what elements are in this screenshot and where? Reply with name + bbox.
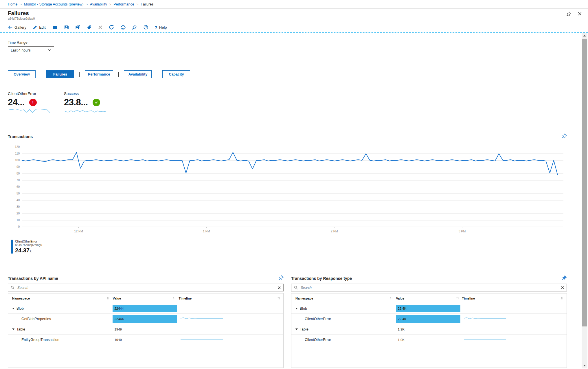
clear-search-button[interactable] [561,286,564,289]
tab-bar: OverviewFailuresPerformanceAvailabilityC… [8,70,588,78]
scrollbar[interactable] [582,33,587,368]
row-expander-icon[interactable] [295,308,298,309]
search-input[interactable] [300,285,559,290]
scrollbar-down-button[interactable] [582,363,587,368]
folder-icon [52,25,58,30]
column-label: Timeline [462,297,475,300]
page-title: Failures [8,10,588,16]
table-header-row: NamespaceValueTimeline [8,293,283,303]
title-bar: Failures a64sl75plosp2diag0 [0,9,588,22]
table-row[interactable]: ClientOtherError1.9K [291,335,567,345]
discard-button[interactable] [95,22,106,32]
column-header-namespace[interactable]: Namespace [291,297,396,300]
pin-icon [132,25,137,30]
table-row[interactable]: GetBlobProperties22444 [8,314,283,324]
tag-button[interactable] [84,22,95,32]
metric-value-row: 23.8... [64,96,107,109]
panel-pin-button[interactable] [279,275,284,281]
scrollbar-up-button[interactable] [582,33,587,38]
table-row[interactable]: Table1.9K [291,324,567,335]
row-name: GetBlobProperties [21,317,51,321]
column-header-namespace[interactable]: Namespace [8,297,113,300]
gallery-button[interactable]: Gallery [8,22,30,32]
y-axis-label: 120 [15,145,20,148]
x-axis-label: 3 PM [459,230,466,233]
save-button[interactable] [61,22,72,32]
tab-overview[interactable]: Overview [8,70,36,78]
legend-unit: k [30,249,32,253]
time-range-value: Last 4 hours [11,48,31,52]
clear-search-button[interactable] [278,286,281,289]
cell-value: 1949 [113,326,179,333]
column-label: Namespace [12,297,30,300]
row-name: EntityGroupTransaction [21,338,59,342]
cell-value: 22.4K [396,315,462,323]
row-expander-icon[interactable] [12,308,14,309]
metric-tiles: ClientOtherError24...!Success23.8... [8,91,588,117]
pin-button[interactable] [129,22,140,32]
metric-label: Success [64,91,107,96]
clear-icon [561,286,564,289]
help-button[interactable]: ? Help [152,22,170,32]
tab-separator [157,72,157,77]
y-axis-label: 80 [16,172,20,175]
tab-capacity[interactable]: Capacity [162,70,190,78]
cell-namespace: Table [291,327,396,331]
tab-failures[interactable]: Failures [46,70,74,78]
column-header-value[interactable]: Value [113,297,179,300]
cell-value: 1.9K [396,326,462,333]
tab-performance[interactable]: Performance [85,70,113,78]
table-row[interactable]: Blob22.4K [291,303,567,314]
time-range-select[interactable]: Last 4 hours [8,46,54,54]
table-row[interactable]: ClientOtherError22.4K [291,314,567,324]
value-text: 1949 [113,328,122,331]
refresh-button[interactable] [106,22,117,32]
metric-tile[interactable]: Success23.8... [64,91,107,117]
app-window: Home>Monitor - Storage Accounts (preview… [0,0,588,369]
metric-tile[interactable]: ClientOtherError24...! [8,91,51,117]
save-as-icon [75,25,80,30]
help-icon: ? [155,25,157,30]
x-axis-label: 2 PM [331,230,338,233]
breadcrumb-separator: > [86,3,87,6]
tab-availability[interactable]: Availability [124,70,152,78]
chart-pin-button[interactable] [562,133,567,139]
share-button[interactable] [117,22,129,32]
column-header-timeline[interactable]: Timeline [179,297,283,300]
table-row[interactable]: Table1949 [8,324,283,335]
metric-label: ClientOtherError [8,91,51,96]
row-name: Table [300,327,308,331]
breadcrumb-link[interactable]: Availability [90,2,107,6]
save-as-button[interactable] [72,22,84,32]
row-expander-icon[interactable] [12,328,14,330]
breadcrumb-link[interactable]: Home [8,2,17,6]
pencil-icon [33,25,37,30]
y-axis-label: 0 [18,225,20,228]
table-row[interactable]: EntityGroupTransaction1949 [8,335,283,345]
x-axis-label: 12 PM [74,230,83,233]
feedback-button[interactable] [140,22,152,32]
table-row[interactable]: Blob22444 [8,303,283,314]
header-pin-button[interactable] [566,12,571,18]
table-panel: Transactions by Response typeNamespaceVa… [291,275,567,368]
panel-pin-button[interactable] [562,275,567,281]
column-label: Timeline [179,297,192,300]
cell-namespace: Blob [291,306,396,311]
search-input[interactable] [17,285,276,290]
pin-icon [566,12,571,16]
column-header-value[interactable]: Value [396,297,462,300]
breadcrumb-link[interactable]: Performance [113,2,134,6]
open-button[interactable] [49,22,61,32]
breadcrumb-link[interactable]: Monitor - Storage Accounts (preview) [24,2,84,6]
column-header-timeline[interactable]: Timeline [462,297,567,300]
arrow-up-icon [583,35,586,36]
cell-namespace: ClientOtherError [291,317,396,321]
transactions-chart: 010203040506070809010011012012 PM1 PM2 P… [11,142,566,234]
scrollbar-thumb[interactable] [582,39,587,326]
row-expander-icon[interactable] [295,328,298,330]
sort-icon [456,297,459,300]
gallery-label: Gallery [14,25,26,30]
close-button[interactable] [578,12,582,18]
legend-value: 24.37 [15,247,30,254]
edit-button[interactable]: Edit [30,22,49,32]
